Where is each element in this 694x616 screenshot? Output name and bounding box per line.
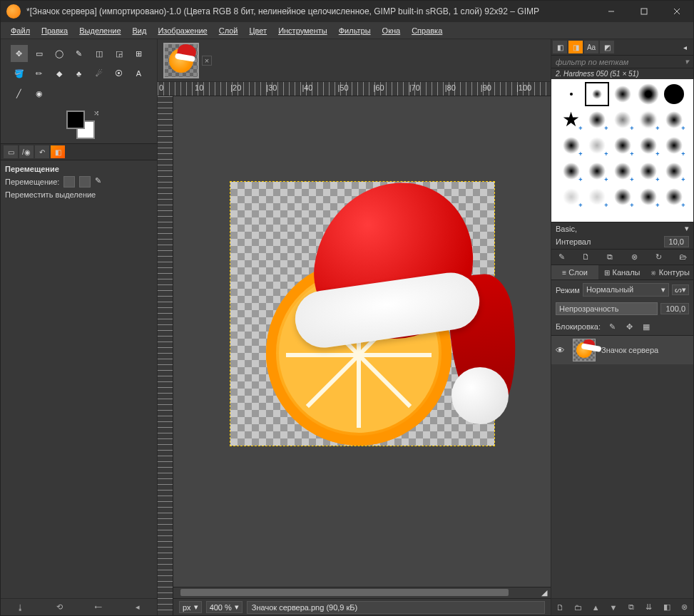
new-brush-icon[interactable]: 🗋 (580, 252, 591, 262)
brush-item[interactable]: + (585, 159, 609, 183)
pencil-tool[interactable]: ✏ (31, 65, 48, 82)
brush-item[interactable]: + (559, 159, 583, 183)
brush-tool[interactable]: ╱ (11, 85, 28, 102)
rect-select-tool[interactable]: ▭ (31, 45, 48, 62)
free-select-tool[interactable]: ◯ (51, 45, 68, 62)
brush-item[interactable] (636, 82, 660, 106)
mode-switch-icon[interactable]: ᔕ▾ (672, 284, 689, 295)
layer-name[interactable]: Значок сервера (601, 346, 658, 354)
brush-item[interactable] (559, 82, 583, 106)
brush-filter[interactable]: фильтр по меткам ▾ (551, 56, 693, 68)
brush-item[interactable]: + (662, 133, 686, 158)
lock-position-icon[interactable]: ✥ (623, 321, 635, 332)
tab-tool-options[interactable]: ▭ (4, 145, 18, 158)
tab-history2[interactable]: ◩ (600, 41, 614, 53)
menu-view[interactable]: Вид (127, 24, 153, 37)
tab-fonts[interactable]: Aa (584, 41, 598, 53)
merge-layer-icon[interactable]: ⇊ (643, 602, 655, 612)
menu-select[interactable]: Выделение (73, 24, 126, 37)
brush-item[interactable]: + (636, 185, 660, 209)
brush-item[interactable]: ★+ (559, 108, 583, 132)
text-tool[interactable]: ⊞ (131, 45, 148, 62)
refresh-brush-icon[interactable]: ↻ (653, 252, 665, 262)
vertical-ruler[interactable] (158, 96, 173, 615)
horizontal-ruler[interactable]: 010|20|30|40|50|60|70|80|90|100 (158, 82, 551, 96)
menu-file[interactable]: Файл (5, 24, 36, 37)
brush-item[interactable] (662, 82, 686, 106)
visibility-icon[interactable]: 👁 (556, 345, 567, 356)
canvas-viewport[interactable] (173, 96, 551, 587)
tab-images[interactable]: ◧ (51, 145, 65, 158)
maximize-button[interactable] (628, 1, 660, 22)
bucket-tool[interactable]: 🪣 (11, 65, 28, 82)
brush-item[interactable]: + (662, 108, 686, 132)
menu-image[interactable]: Изображение (152, 24, 213, 37)
move-layer-icon[interactable] (63, 176, 75, 188)
tab-patterns[interactable]: ◨ (568, 41, 583, 53)
tab-channels[interactable]: ⊞Каналы (598, 265, 645, 279)
opacity-value[interactable]: 100,0 (660, 303, 689, 314)
clone-tool[interactable]: ♣ (71, 65, 88, 82)
brush-item[interactable]: + (611, 133, 635, 158)
minimize-button[interactable] (595, 1, 628, 22)
tab-device[interactable]: /◉ (19, 145, 34, 158)
unit-selector[interactable]: px▾ (179, 601, 202, 613)
new-group-icon[interactable]: 🗀 (572, 603, 583, 612)
smudge-tool[interactable]: ☄ (91, 65, 108, 82)
delete-layer-icon[interactable]: ⊗ (679, 602, 690, 612)
brush-item[interactable] (611, 82, 635, 106)
lock-pixels-icon[interactable]: ✎ (606, 321, 618, 332)
tab-layers[interactable]: ≡Слои (551, 265, 598, 279)
edit-brush-icon[interactable]: ✎ (556, 252, 567, 262)
menu-tools[interactable]: Инструменты (272, 24, 333, 37)
foreground-color[interactable] (66, 111, 85, 129)
image-tab[interactable]: × (163, 43, 212, 78)
zoom-selector[interactable]: 400 %▾ (206, 601, 243, 613)
brush-item[interactable]: + (636, 159, 660, 183)
transform-tool[interactable]: ◫ (91, 45, 108, 62)
tab-brushes[interactable]: ◧ (553, 41, 567, 53)
raise-layer-icon[interactable]: ▲ (590, 603, 601, 612)
open-brush-icon[interactable]: 🗁 (678, 252, 689, 262)
menu-edit[interactable]: Правка (36, 24, 73, 37)
delete-options-icon[interactable]: ⭠ (93, 603, 104, 612)
tab-close-icon[interactable]: × (202, 56, 212, 66)
crop-tool[interactable]: ✎ (71, 45, 88, 62)
layer-row[interactable]: 👁 Значок сервера (551, 336, 693, 364)
nav-widget-icon[interactable]: ◢ (539, 587, 549, 597)
brush-item[interactable] (585, 82, 609, 106)
brush-item[interactable]: + (636, 108, 660, 132)
brush-item[interactable]: + (611, 108, 635, 132)
brush-item[interactable]: + (585, 133, 609, 158)
tab-paths[interactable]: ⨳Контуры (646, 265, 693, 279)
warp-tool[interactable]: ◲ (111, 45, 128, 62)
brush-item[interactable]: + (585, 185, 609, 209)
new-layer-icon[interactable]: 🗋 (554, 603, 566, 612)
tab-history[interactable]: ↶ (35, 145, 49, 158)
dock-menu-icon[interactable]: ◂ (678, 41, 692, 53)
canvas[interactable] (230, 182, 494, 446)
horizontal-scrollbar[interactable]: ◢ (173, 587, 551, 598)
brush-item[interactable]: + (636, 133, 660, 158)
reset-options-icon[interactable]: ◂ (132, 602, 143, 612)
close-button[interactable] (660, 1, 693, 22)
brush-item[interactable]: + (662, 159, 686, 183)
lock-alpha-icon[interactable]: ▦ (641, 321, 652, 332)
move-path-icon[interactable]: ✎ (95, 176, 106, 188)
restore-options-icon[interactable]: ⟲ (53, 602, 65, 612)
brush-item[interactable]: + (559, 133, 583, 158)
menu-help[interactable]: Справка (406, 24, 448, 37)
menu-color[interactable]: Цвет (243, 24, 272, 37)
brush-item[interactable]: + (585, 108, 609, 132)
interval-value[interactable]: 10,0 (664, 236, 689, 247)
picker-tool[interactable]: ◉ (31, 85, 48, 102)
duplicate-brush-icon[interactable]: ⧉ (604, 252, 616, 262)
brush-item[interactable]: + (611, 185, 635, 209)
brush-preset-row[interactable]: Basic,▾ (551, 222, 693, 235)
text2-tool[interactable]: A (131, 65, 148, 82)
delete-brush-icon[interactable]: ⊗ (629, 252, 641, 262)
path-tool[interactable]: ⦿ (111, 65, 128, 82)
brush-item[interactable]: + (662, 185, 686, 209)
eraser-tool[interactable]: ◆ (51, 65, 68, 82)
lower-layer-icon[interactable]: ▼ (608, 603, 619, 612)
